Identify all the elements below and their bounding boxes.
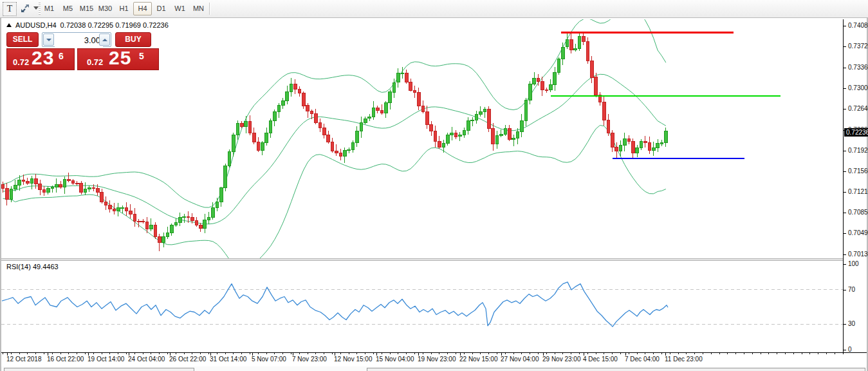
time-axis-label: 29 Nov 23:00	[542, 356, 581, 363]
candle-body	[18, 180, 21, 186]
candle-body	[39, 184, 42, 189]
time-minor-tick	[579, 353, 580, 354]
time-axis-label: 7 Nov 23:00	[292, 356, 327, 363]
price-tick	[844, 254, 846, 255]
symbol-triangle-icon	[6, 23, 12, 27]
time-minor-tick	[777, 353, 777, 354]
candle-body	[294, 84, 297, 89]
timeframe-button-M5[interactable]: M5	[59, 2, 77, 15]
buy-button[interactable]: BUY	[115, 32, 151, 47]
time-minor-tick	[562, 353, 563, 354]
time-minor-tick	[19, 353, 20, 354]
timeframe-button-M1[interactable]: M1	[40, 2, 59, 15]
candle-body	[487, 109, 490, 129]
time-minor-tick	[85, 353, 86, 354]
time-minor-tick	[431, 353, 432, 354]
chart-tab-stub[interactable]	[367, 368, 865, 371]
sell-price-button[interactable]: 0.72 23 6	[6, 48, 75, 70]
time-minor-tick	[52, 353, 53, 354]
candle-body	[557, 59, 560, 73]
time-minor-tick	[192, 353, 192, 354]
price-axis[interactable]: 0.740800.737200.733600.730000.726400.722…	[844, 19, 867, 352]
candle-body	[533, 78, 536, 84]
sell-price-big: 23	[32, 47, 54, 69]
candle-body	[100, 193, 104, 202]
time-axis-label: 12 Nov 15:00	[334, 356, 373, 363]
candle-body	[471, 120, 474, 121]
volume-input[interactable]	[55, 33, 103, 47]
candle-body	[26, 182, 30, 184]
time-minor-tick	[308, 353, 308, 354]
candle-body	[500, 134, 503, 135]
price-axis-label: 0.70490	[848, 229, 868, 236]
candle-body	[380, 111, 383, 113]
candle-body	[475, 114, 478, 120]
arrows-tool-icon[interactable]	[19, 2, 32, 15]
time-minor-tick	[439, 353, 439, 354]
time-minor-tick	[365, 353, 365, 354]
candle-body	[75, 183, 78, 184]
buy-price-button[interactable]: 0.72 25 5	[77, 48, 159, 70]
timeframe-button-M15[interactable]: M15	[77, 2, 96, 15]
time-minor-tick	[250, 353, 250, 354]
time-minor-tick	[291, 353, 291, 354]
time-minor-tick	[735, 353, 736, 354]
time-axis-label: 26 Oct 22:00	[169, 356, 206, 363]
candle-body	[569, 39, 573, 50]
candle-body	[376, 108, 380, 111]
candle-body	[384, 102, 387, 113]
time-minor-tick	[27, 353, 28, 354]
candle-body	[178, 218, 181, 223]
main-chart-pane[interactable]: AUDUSD,H4 0.72038 0.72295 0.71969 0.7223…	[1, 19, 843, 258]
candle-body	[351, 142, 355, 149]
timeframe-button-W1[interactable]: W1	[171, 2, 189, 15]
price-tick	[844, 171, 846, 172]
candle-body	[368, 117, 371, 119]
time-minor-tick	[176, 353, 176, 354]
time-minor-tick	[818, 353, 818, 354]
candle-body	[356, 131, 359, 143]
time-axis-label: 27 Nov 04:00	[501, 356, 539, 363]
rsi-indicator-label: RSI(14) 49.4463	[6, 263, 59, 271]
volume-increase-button[interactable]	[99, 33, 110, 46]
timeframe-button-H4[interactable]: H4	[133, 2, 152, 15]
candle-body	[265, 133, 268, 143]
chart-window: AUDUSD,H4 0.72038 0.72295 0.71969 0.7223…	[0, 18, 868, 371]
candle-body	[553, 72, 557, 84]
candle-body	[195, 221, 198, 225]
candle-body	[142, 222, 145, 222]
candle-body	[125, 207, 128, 211]
price-tick	[844, 68, 846, 68]
text-tool-icon[interactable]: T	[3, 2, 17, 16]
candle-body	[183, 217, 186, 218]
time-minor-tick	[711, 353, 712, 354]
timeframe-button-D1[interactable]: D1	[152, 2, 171, 15]
candle-body	[512, 138, 515, 139]
time-minor-tick	[143, 353, 143, 354]
time-minor-tick	[752, 353, 753, 354]
toolbar-separator	[209, 3, 210, 15]
time-minor-tick	[126, 353, 127, 354]
time-axis[interactable]: 12 Oct 201816 Oct 22:0019 Oct 14:0024 Oc…	[1, 352, 867, 367]
candle-body	[257, 142, 260, 151]
candle-body	[212, 208, 215, 217]
candle-body	[508, 128, 511, 139]
candle-body	[372, 108, 375, 117]
chevron-down-icon[interactable]	[33, 6, 39, 10]
time-minor-tick	[670, 353, 670, 354]
sell-button[interactable]: SELL	[6, 32, 39, 47]
time-minor-tick	[167, 353, 168, 354]
time-minor-tick	[472, 353, 473, 354]
timeframe-button-H1[interactable]: H1	[115, 2, 133, 15]
candle-body	[10, 189, 13, 199]
chart-tab-stub[interactable]	[4, 368, 194, 371]
candle-body	[492, 129, 495, 144]
price-tick	[844, 192, 846, 193]
time-minor-tick	[406, 353, 407, 354]
time-minor-tick	[109, 353, 110, 354]
timeframe-button-MN[interactable]: MN	[189, 2, 208, 15]
volume-decrease-button[interactable]	[43, 33, 54, 46]
timeframe-button-M30[interactable]: M30	[96, 2, 115, 15]
candle-body	[47, 189, 50, 193]
rsi-pane[interactable]: RSI(14) 49.4463	[1, 261, 843, 352]
